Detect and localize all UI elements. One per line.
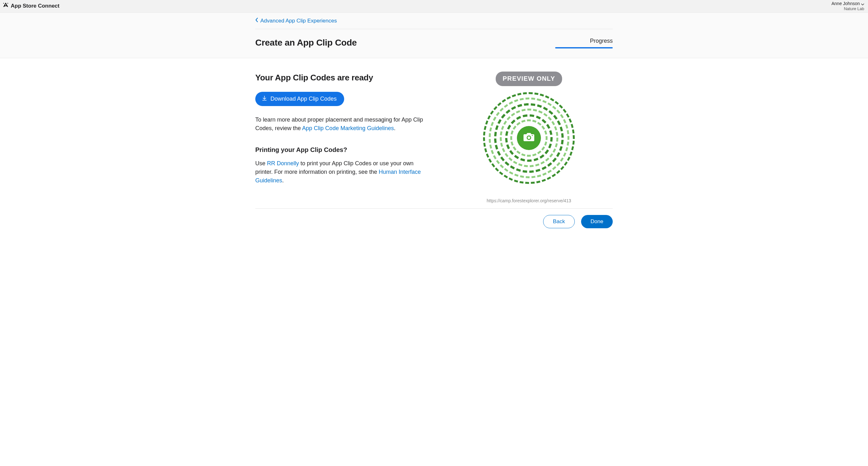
user-menu[interactable]: Anne Johnson Nature Lab bbox=[831, 1, 864, 12]
progress-indicator: Progress bbox=[555, 37, 613, 48]
progress-label: Progress bbox=[555, 37, 613, 45]
breadcrumb-link[interactable]: Advanced App Clip Experiences bbox=[260, 17, 337, 25]
download-label: Download App Clip Codes bbox=[271, 96, 337, 102]
download-icon bbox=[261, 95, 267, 103]
printing-heading: Printing your App Clip Codes? bbox=[255, 145, 432, 154]
chevron-down-icon bbox=[861, 2, 864, 5]
sub-header: Advanced App Clip Experiences Create an … bbox=[0, 13, 868, 58]
main-content: Your App Clip Codes are ready Download A… bbox=[0, 58, 868, 238]
user-name-label: Anne Johnson bbox=[831, 1, 860, 7]
back-button[interactable]: Back bbox=[543, 215, 575, 228]
clip-center bbox=[517, 126, 541, 150]
camera-icon bbox=[523, 132, 535, 145]
brand-label: App Store Connect bbox=[11, 2, 59, 10]
progress-bar bbox=[555, 47, 613, 49]
svg-point-0 bbox=[3, 3, 4, 3]
preview-badge: PREVIEW ONLY bbox=[496, 71, 562, 86]
marketing-guidelines-link[interactable]: App Clip Code Marketing Guidelines bbox=[302, 125, 394, 132]
page-title: Create an App Clip Code bbox=[255, 36, 357, 49]
svg-point-4 bbox=[532, 135, 533, 136]
learn-more-post: . bbox=[394, 125, 395, 132]
ready-title: Your App Clip Codes are ready bbox=[255, 71, 432, 84]
printing-pre: Use bbox=[255, 160, 267, 167]
user-org-label: Nature Lab bbox=[831, 6, 864, 11]
printing-text: Use RR Donnelly to print your App Clip C… bbox=[255, 159, 432, 185]
svg-point-1 bbox=[7, 3, 8, 3]
rr-donnelly-link[interactable]: RR Donnelly bbox=[267, 160, 299, 167]
done-button[interactable]: Done bbox=[581, 215, 613, 228]
printing-post: . bbox=[282, 177, 284, 184]
footer-bar: Back Done bbox=[255, 208, 613, 238]
preview-url: https://camp.forestexplorer.org/reserve/… bbox=[487, 198, 571, 204]
svg-point-3 bbox=[528, 136, 530, 139]
top-bar: App Store Connect Anne Johnson Nature La… bbox=[0, 0, 868, 13]
title-row: Create an App Clip Code Progress bbox=[255, 29, 613, 58]
app-clip-code-preview bbox=[482, 91, 576, 185]
chevron-left-icon bbox=[255, 17, 258, 25]
app-store-connect-icon bbox=[3, 2, 9, 11]
brand[interactable]: App Store Connect bbox=[3, 2, 59, 11]
left-column: Your App Clip Codes are ready Download A… bbox=[255, 71, 432, 204]
download-button[interactable]: Download App Clip Codes bbox=[255, 92, 344, 106]
breadcrumb[interactable]: Advanced App Clip Experiences bbox=[255, 13, 613, 29]
learn-more-text: To learn more about proper placement and… bbox=[255, 116, 432, 133]
right-column: PREVIEW ONLY https://camp.forestexplorer… bbox=[445, 71, 613, 204]
